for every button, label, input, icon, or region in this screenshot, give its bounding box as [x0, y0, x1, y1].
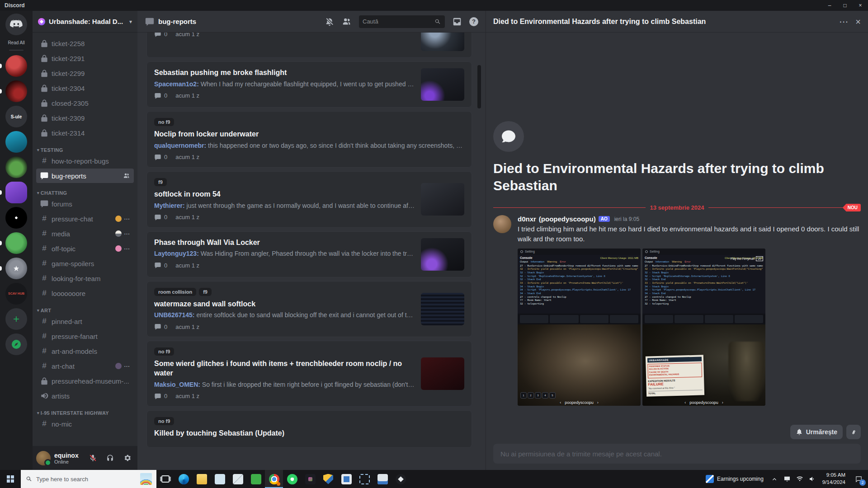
sidebar-item-closed-2305[interactable]: closed-2305 [36, 96, 134, 110]
sidebar-item-looking-for-team[interactable]: # looking-for-team [36, 271, 134, 286]
notifications-muted-icon[interactable] [325, 17, 335, 27]
settings-button[interactable] [120, 451, 134, 465]
taskbar-search-input[interactable]: Type here to search [21, 470, 156, 488]
attachment-screenshot-1[interactable]: Setting Console Client Memory Usage: 161… [518, 249, 641, 406]
chevron-up-icon[interactable] [771, 475, 778, 483]
snip-button[interactable] [355, 470, 373, 488]
server-icon-6[interactable] [5, 182, 27, 203]
volume-icon[interactable] [809, 475, 816, 483]
attachment-screenshot-2[interactable]: Setting Play the Ferryman 20 Console [642, 249, 765, 406]
forum-post-card[interactable]: Sebastian pushing me broke flashlight Sp… [146, 61, 472, 108]
forum-post-card[interactable]: Phase through Wall Via Locker Laytonguy1… [146, 231, 472, 277]
sidebar-item-ticket-2309[interactable]: ticket-2309 [36, 111, 134, 125]
avatar[interactable] [493, 215, 511, 233]
forum-post-card[interactable]: no f9 Killed by touching Sebastian (Upda… [146, 410, 472, 448]
sidebar-item-looooooore[interactable]: # looooooore [36, 286, 134, 300]
user-info[interactable]: equinox Online [54, 452, 82, 465]
forum-post-card[interactable]: f9 softlock in room 54 Mythiererjust wen… [146, 171, 472, 228]
more-icon[interactable]: ⋯ [124, 363, 130, 370]
sidebar-item-pinned-art[interactable]: # pinned-art [36, 314, 134, 328]
sidebar-item-no-mic[interactable]: # no-mic [36, 417, 134, 431]
section-chatting[interactable]: ▾ CHATTING [36, 190, 134, 196]
post-tag[interactable]: no f9 [154, 118, 174, 126]
message-input[interactable]: Nu ai permisiunea de a trimite mesaje pe… [493, 444, 861, 464]
close-thread-button[interactable]: × [855, 17, 861, 26]
forum-post-card[interactable]: room collision f9 watermaze sand wall so… [146, 281, 472, 338]
window-app-button[interactable] [337, 470, 355, 488]
person-add-icon[interactable] [123, 172, 130, 179]
window-minimize-button[interactable]: – [822, 0, 837, 11]
sidebar-item-how-to-report-bugs[interactable]: # how-to-report-bugs [36, 154, 134, 168]
add-server-button[interactable]: + [5, 308, 27, 330]
edge-button[interactable] [175, 470, 193, 488]
window-maximize-button[interactable]: □ [837, 0, 853, 11]
follow-button[interactable]: Urmărește [790, 425, 843, 439]
post-tag[interactable]: no f9 [154, 347, 174, 356]
section-testing[interactable]: ▾ TESTING [36, 147, 134, 153]
more-icon[interactable]: ⋯ [124, 245, 130, 252]
server-icon-s-ule[interactable]: S-ule [5, 106, 27, 127]
section-i95[interactable]: ▾ I-95 INTERSTATE HIGHWAY [36, 410, 134, 416]
whatsapp-button[interactable] [283, 470, 301, 488]
deafen-button[interactable] [103, 451, 117, 465]
more-icon[interactable]: ⋯ [124, 216, 130, 222]
sidebar-item-forums[interactable]: forums [36, 197, 134, 211]
sidebar-item-ticket-2304[interactable]: ticket-2304 [36, 81, 134, 95]
message-author[interactable]: d0nxr [518, 215, 536, 223]
server-icon-4[interactable] [5, 131, 27, 153]
post-tag[interactable]: f9 [199, 288, 212, 296]
copy-link-button[interactable] [846, 425, 861, 439]
wifi-icon[interactable] [796, 475, 803, 483]
forum-post-card[interactable]: no f9 Some wierd glitches i found with i… [146, 341, 472, 407]
sidebar-item-game-spoilers[interactable]: # game-spoilers [36, 256, 134, 271]
sidebar-item-art-chat[interactable]: # art-chat ⋯ [36, 359, 134, 373]
sidebar-item-ticket-2299[interactable]: ticket-2299 [36, 66, 134, 80]
window-close-button[interactable]: × [853, 0, 868, 11]
server-icon-scav-hub[interactable]: SCAV HUB [5, 283, 27, 305]
sidebar-item-ticket-2291[interactable]: ticket-2291 [36, 51, 134, 66]
forum-post-card[interactable]: adam54din my speedrun attempt, upon arri… [146, 33, 472, 58]
server-header[interactable]: Urbanshade: Hadal D... ▾ [33, 11, 137, 33]
defender-button[interactable] [319, 470, 337, 488]
mail-button[interactable] [229, 470, 247, 488]
channel-search-input[interactable]: Caută [359, 15, 445, 28]
help-icon[interactable]: ? [469, 17, 478, 26]
server-icon-5[interactable] [5, 156, 27, 178]
mute-button[interactable] [86, 451, 99, 465]
sidebar-item-bug-reports[interactable]: bug-reports [36, 169, 134, 183]
sidebar-item-off-topic[interactable]: # off-topic ⋯ [36, 241, 134, 256]
sidebar-item-media[interactable]: # media ⋯ [36, 226, 134, 241]
post-tag[interactable]: no f9 [154, 417, 174, 425]
chrome-button[interactable] [265, 470, 283, 488]
news-widget[interactable]: Earnings upcoming [701, 470, 768, 488]
server-icon-2[interactable] [5, 80, 27, 102]
star-app-button[interactable] [392, 470, 410, 488]
sidebar-item-pressure-chat[interactable]: # pressure-chat ⋯ [36, 211, 134, 226]
task-view-button[interactable] [156, 470, 175, 488]
avatar[interactable] [36, 451, 51, 465]
server-icon-7[interactable] [5, 207, 27, 229]
scrollbar-thumb[interactable] [477, 65, 481, 108]
store-button[interactable] [211, 470, 229, 488]
sidebar-item-ticket-2258[interactable]: ticket-2258 [36, 36, 134, 51]
more-icon[interactable]: ⋯ [124, 230, 130, 237]
taskbar-clock[interactable]: 9:05 AM 9/14/2024 [819, 470, 849, 488]
server-icon-1[interactable] [5, 55, 27, 77]
member-list-icon[interactable] [342, 17, 352, 27]
sidebar-item-ticket-2314[interactable]: ticket-2314 [36, 126, 134, 140]
action-center-button[interactable]: 2 [849, 470, 868, 488]
start-button[interactable] [0, 470, 21, 488]
monitor-icon[interactable] [783, 475, 791, 483]
sidebar-item-pressurehead-museum[interactable]: pressurehead-museum-... [36, 374, 134, 388]
explore-servers-button[interactable] [5, 333, 27, 355]
window-app2-button[interactable] [373, 470, 392, 488]
discord-home-button[interactable] [5, 14, 27, 35]
server-icon-9[interactable] [5, 258, 27, 279]
sidebar-item-pressure-fanart[interactable]: # pressure-fanart [36, 329, 134, 343]
server-icon-8[interactable] [5, 232, 27, 254]
sidebar-item-art-and-models[interactable]: # art-and-models [36, 344, 134, 358]
post-tag[interactable]: room collision [154, 288, 196, 296]
green-app-button[interactable] [247, 470, 265, 488]
sidebar-item-artists[interactable]: artists [36, 389, 134, 403]
file-explorer-button[interactable] [193, 470, 211, 488]
